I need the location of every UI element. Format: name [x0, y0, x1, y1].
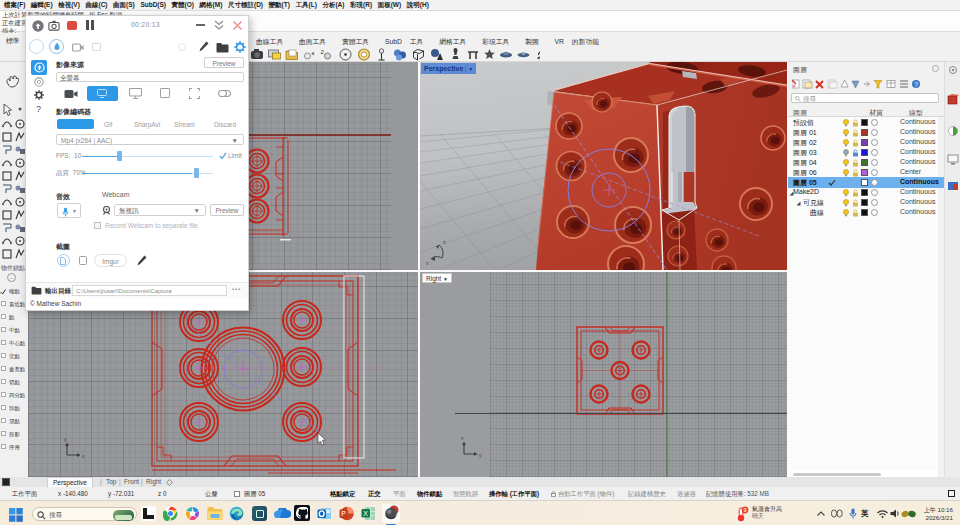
svg-text:y: y [479, 452, 482, 458]
svg-text:y: y [64, 436, 67, 442]
svg-text:x: x [82, 453, 85, 459]
svg-text:z: z [461, 435, 464, 441]
svg-text:z: z [443, 239, 446, 245]
svg-text:2: 2 [321, 49, 325, 55]
svg-text:?: ? [914, 81, 918, 88]
svg-text:a: a [312, 50, 315, 56]
svg-text:x: x [426, 260, 429, 266]
